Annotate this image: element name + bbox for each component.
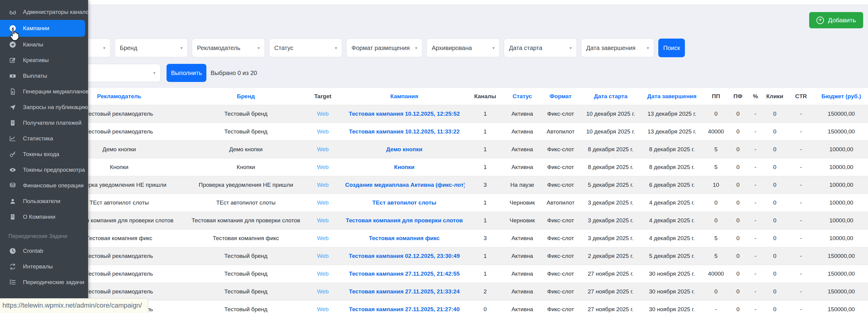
- filter-end-date[interactable]: Дата завершения▾: [581, 39, 654, 57]
- sidebar-item-statistics[interactable]: Статистика: [0, 131, 88, 146]
- column-header-кампания[interactable]: Кампания: [344, 88, 465, 105]
- target-link[interactable]: Web: [317, 182, 329, 188]
- url-status-bubble: https://telewin.wpmix.net/admin/core/cam…: [0, 298, 148, 313]
- sidebar-item-intervals[interactable]: Интервалы: [0, 259, 88, 274]
- plus-circle-icon: +: [816, 16, 824, 24]
- sidebar-item-preview-tokens[interactable]: Токены предпросмотра: [0, 162, 88, 178]
- filter-label: Статус: [274, 44, 293, 51]
- sidebar-item-login-tokens[interactable]: Токены входа: [0, 146, 88, 162]
- filter-advertiser[interactable]: Рекламодатель▾: [192, 39, 265, 57]
- cell-clicks: 0: [762, 230, 787, 247]
- sidebar-item-financial-operations[interactable]: Финансовые операции: [0, 178, 88, 194]
- sidebar-item-mediaplan-generations[interactable]: Генерации медиапланов: [0, 84, 88, 99]
- campaign-link[interactable]: ТЕст автопилот слоты: [372, 200, 436, 206]
- sidebar-item-crontab[interactable]: Crontab: [0, 243, 88, 259]
- target-link[interactable]: Web: [317, 235, 329, 241]
- table-row: Тестовый рекламодательТестовый брендWebТ…: [48, 301, 868, 313]
- cell-target: Web: [302, 247, 344, 265]
- filter-start-date[interactable]: Дата старта▾: [504, 39, 577, 57]
- cell-percent: -: [749, 176, 762, 194]
- campaign-link[interactable]: Тестовая кампания 02.12.2025, 23:30:49: [349, 253, 460, 259]
- sidebar-item-payment-recipients[interactable]: Получатели платежей: [0, 115, 88, 131]
- execute-button[interactable]: Выполнить: [166, 64, 206, 82]
- sidebar-item-label: Токены предпросмотра: [23, 167, 85, 173]
- filter-brand[interactable]: Бренд▾: [115, 39, 188, 57]
- cell-budget: 150000,00: [815, 123, 868, 141]
- target-link[interactable]: Web: [317, 288, 329, 294]
- campaign-link[interactable]: Тестовая кампания 27.11.2025, 21:33:24: [349, 288, 460, 294]
- sidebar-item-publication-requests[interactable]: Запросы на публикацию от: [0, 99, 88, 115]
- campaign-link[interactable]: Демо кнопки: [386, 146, 423, 152]
- cell-brand: Проверка уведомления НЕ пришли: [190, 176, 302, 194]
- filter-row: ▾Бренд▾Рекламодатель▾Статус▾Формат разме…: [72, 39, 685, 57]
- filter-placement-format[interactable]: Формат размещения▾: [346, 39, 423, 57]
- cell-target: Web: [302, 105, 344, 123]
- target-link[interactable]: Web: [317, 200, 329, 206]
- column-header-статус[interactable]: Статус: [506, 88, 539, 105]
- target-link[interactable]: Web: [317, 164, 329, 170]
- sidebar-item-label: О Компании: [23, 214, 55, 220]
- target-link[interactable]: Web: [317, 271, 329, 277]
- chevron-down-icon: ▾: [415, 45, 417, 50]
- sidebar-item-payouts[interactable]: Выплаты: [0, 68, 88, 84]
- cell-pp: 5: [705, 230, 727, 247]
- column-header-дата-завершения[interactable]: Дата завершения: [639, 88, 705, 105]
- filter-status[interactable]: Статус▾: [269, 39, 342, 57]
- target-link[interactable]: Web: [317, 217, 329, 223]
- campaign-link[interactable]: Тестовая кампания 27.11.2025, 21:27:40: [349, 306, 460, 312]
- sidebar-item-channels[interactable]: Каналы: [0, 37, 88, 53]
- column-header-формат[interactable]: Формат: [539, 88, 582, 105]
- filter-archived[interactable]: Архивирована▾: [427, 39, 500, 57]
- campaign-link[interactable]: Тестовая кампания 10.12.2025, 12:25:52: [349, 110, 460, 117]
- cell-end-date: 4 декабря 2025 г.: [639, 194, 705, 212]
- column-header-дата-старта[interactable]: Дата старта: [582, 88, 639, 105]
- cell-ctr: -: [787, 265, 815, 283]
- cell-budget: 150000,00: [815, 265, 868, 283]
- cell-budget: 10000,00: [815, 176, 868, 194]
- target-link[interactable]: Web: [317, 146, 329, 152]
- sidebar-item-periodic-tasks[interactable]: Периодические задачи: [0, 274, 88, 290]
- campaign-link[interactable]: Тестовая комапния фикс: [369, 235, 440, 241]
- filter-label: Архивирована: [432, 44, 472, 51]
- target-link[interactable]: Web: [317, 253, 329, 259]
- column-header-бренд[interactable]: Бренд: [190, 88, 302, 105]
- selected-count-text: Выбрано 0 из 20: [211, 70, 257, 76]
- campaign-link[interactable]: Тестовая кампания 10.12.2025, 11:33:22: [349, 128, 460, 135]
- add-button[interactable]: + Добавить: [809, 12, 863, 28]
- cell-clicks: 0: [762, 159, 787, 176]
- cell-channels: 3: [465, 230, 506, 247]
- cell-brand: Тестовый бренд: [190, 301, 302, 313]
- cell-clicks: 0: [762, 123, 787, 141]
- cell-campaign: Тестовая кампания 10.12.2025, 11:33:22: [344, 123, 465, 141]
- target-link[interactable]: Web: [317, 128, 329, 135]
- column-header-бюджет-руб-[interactable]: Бюджет (руб.): [815, 88, 868, 105]
- column-header-пп: ПП: [705, 88, 727, 105]
- sidebar-item-creatives[interactable]: Креативы: [0, 53, 88, 68]
- cell-ctr: -: [787, 283, 815, 301]
- cell-target: Web: [302, 141, 344, 159]
- cell-percent: -: [749, 194, 762, 212]
- table-row: Демо кнопкиДемо кнопкиWebДемо кнопки1Акт…: [48, 141, 868, 159]
- campaign-link[interactable]: Кнопки: [394, 164, 414, 170]
- sidebar-item-label: Интервалы: [23, 263, 53, 270]
- sidebar-item-about-company[interactable]: О Компании: [0, 209, 88, 225]
- cell-end-date: 30 ноября 2025 г.: [639, 283, 705, 301]
- cell-format: Автопилот: [539, 123, 582, 141]
- campaign-link[interactable]: Создание медиаплана Активна (фикс-лот): [345, 182, 465, 188]
- actions-row: ▾ Выполнить Выбрано 0 из 20: [72, 64, 257, 82]
- cell-status: Черновик: [506, 212, 539, 230]
- cell-channels: 1: [465, 159, 506, 176]
- cell-target: Web: [302, 212, 344, 230]
- sidebar-item-users[interactable]: Пользователи: [0, 194, 88, 209]
- search-button[interactable]: Поиск: [658, 39, 685, 57]
- paper-plane-icon: [8, 103, 17, 111]
- target-link[interactable]: Web: [317, 306, 329, 312]
- sidebar-item-channel-admins[interactable]: Администраторы каналов: [0, 4, 88, 20]
- target-link[interactable]: Web: [317, 110, 329, 117]
- cell-channels: 1: [465, 247, 506, 265]
- campaign-link[interactable]: Тестовая кампания 27.11.2025, 21:42:55: [349, 271, 460, 277]
- cell-brand: Тестовый бренд: [190, 123, 302, 141]
- building-icon: [8, 213, 17, 221]
- sidebar-item-campaigns[interactable]: Кампании: [0, 20, 85, 37]
- campaign-link[interactable]: Тестовая компания для проверки слотов: [346, 217, 463, 223]
